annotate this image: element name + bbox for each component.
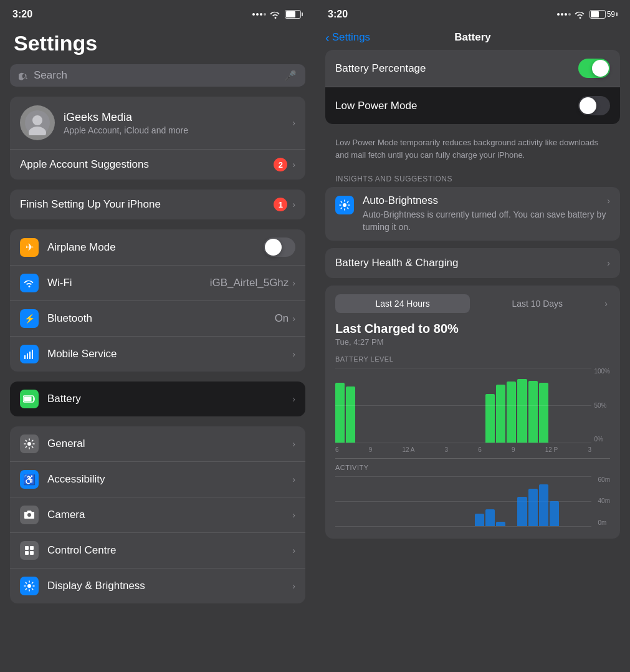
r-dot2: [561, 13, 563, 16]
svg-rect-4: [27, 353, 28, 359]
grid-mid: [335, 405, 591, 406]
search-bar[interactable]: Search 🎤: [10, 64, 305, 87]
left-status-bar: 3:20: [0, 0, 315, 25]
profile-info: iGeeks Media Apple Account, iCloud and m…: [64, 111, 188, 135]
insights-label: INSIGHTS AND SUGGESTIONS: [325, 170, 620, 187]
mobile-service-icon: [20, 345, 39, 363]
y-label-100: 100%: [594, 368, 610, 375]
grid-top: [335, 368, 591, 368]
right-signal-dots: [557, 13, 571, 16]
dot3: [260, 13, 262, 16]
battery-health-card: Battery Health & Charging ›: [325, 248, 620, 278]
wifi-row[interactable]: Wi-Fi iGB_Airtel_5Ghz ›: [10, 266, 305, 301]
accessibility-chevron: ›: [292, 474, 295, 484]
mobile-service-label: Mobile Service: [47, 348, 292, 360]
battery-level-chart: 100% 50% 0%: [335, 368, 610, 443]
finish-setup-label: Finish Setting Up Your iPhone: [20, 198, 274, 211]
chart-bar: [539, 383, 548, 443]
general-label: General: [47, 438, 292, 450]
battery-percentage-row[interactable]: Battery Percentage: [325, 50, 620, 87]
activity-bar: [582, 525, 591, 526]
chart-divider: [335, 458, 610, 459]
x-label-6b: 6: [478, 446, 482, 453]
apple-account-row[interactable]: Apple Account Suggestions 2 ›: [10, 150, 305, 180]
chart-tab-10d[interactable]: Last 10 Days: [470, 294, 604, 313]
r-dot4: [568, 13, 571, 16]
right-panel: 3:20 59 ‹ Settings Ba: [315, 0, 630, 672]
airplane-mode-toggle[interactable]: [264, 238, 295, 257]
camera-label: Camera: [47, 509, 292, 521]
display-brightness-row[interactable]: Display & Brightness ›: [10, 569, 305, 603]
avatar: [20, 105, 55, 140]
activity-bar: [496, 522, 505, 526]
chart-tab-24h[interactable]: Last 24 Hours: [335, 294, 470, 313]
svg-rect-5: [29, 352, 31, 359]
x-label-3a: 3: [445, 446, 449, 453]
svg-rect-11: [25, 546, 29, 550]
activity-bar: [571, 525, 580, 526]
right-battery-body: [589, 10, 606, 19]
bluetooth-chevron: ›: [292, 314, 295, 324]
finish-setup-section: Finish Setting Up Your iPhone 1 ›: [10, 190, 305, 219]
profile-chevron: ›: [292, 118, 295, 128]
battery-toggles-card: Battery Percentage Low Power Mode: [325, 50, 620, 124]
svg-rect-14: [30, 551, 34, 555]
accessibility-row[interactable]: ♿ Accessibility ›: [10, 462, 305, 497]
camera-chevron: ›: [292, 510, 295, 520]
profile-row[interactable]: iGeeks Media Apple Account, iCloud and m…: [10, 97, 305, 150]
svg-rect-6: [32, 350, 33, 359]
activity-bar: [368, 525, 377, 526]
finish-setup-row[interactable]: Finish Setting Up Your iPhone 1 ›: [10, 190, 305, 219]
chart-bar: [528, 381, 538, 443]
right-battery-container: 59: [589, 10, 618, 19]
svg-rect-12: [30, 546, 34, 550]
svg-point-16: [343, 203, 346, 207]
connectivity-section: ✈ Airplane Mode Wi-Fi iGB_Airtel_5Ghz › …: [10, 229, 305, 372]
r-dot3: [565, 13, 567, 16]
mobile-service-row[interactable]: Mobile Service ›: [10, 337, 305, 372]
apple-account-badge: 2: [274, 158, 287, 171]
auto-brightness-row[interactable]: Auto-Brightness Auto-Brightness is curre…: [325, 187, 620, 241]
back-button[interactable]: ‹ Settings: [325, 31, 370, 45]
right-wifi-icon: [575, 10, 586, 19]
battery-percentage-toggle[interactable]: [578, 59, 610, 78]
battery-chevron: ›: [292, 394, 295, 404]
wifi-label: Wi-Fi: [47, 277, 210, 289]
bluetooth-row[interactable]: ⚡ Bluetooth On ›: [10, 301, 305, 337]
chart-subtitle: Tue, 4:27 PM: [335, 337, 610, 347]
auto-brightness-label: Auto-Brightness: [363, 194, 607, 207]
battery-row-icon: [20, 390, 39, 408]
battery-health-row[interactable]: Battery Health & Charging ›: [325, 248, 620, 278]
chart-bar: [517, 379, 527, 443]
right-status-icons: 59: [557, 10, 618, 19]
chart-bar: [507, 382, 516, 443]
grid-bot: [335, 443, 591, 443]
camera-row[interactable]: Camera ›: [10, 497, 305, 533]
svg-point-15: [27, 584, 31, 588]
act-y-60m: 60m: [598, 476, 610, 483]
control-centre-row[interactable]: Control Centre ›: [10, 533, 305, 569]
x-label-12a: 12 A: [402, 446, 414, 453]
y-label-50: 50%: [594, 402, 610, 409]
chart-title: Last Charged to 80%: [335, 322, 610, 336]
right-time: 3:20: [328, 9, 348, 20]
low-power-desc: Low Power Mode temporarily reduces backg…: [325, 132, 620, 170]
chart-bar: [335, 383, 345, 443]
airplane-mode-icon: ✈: [20, 238, 39, 257]
airplane-mode-row[interactable]: ✈ Airplane Mode: [10, 229, 305, 266]
low-power-mode-row[interactable]: Low Power Mode: [325, 87, 620, 124]
battery-row[interactable]: Battery ›: [10, 382, 305, 416]
activity-bar: [432, 525, 441, 526]
svg-rect-8: [24, 397, 32, 401]
auto-brightness-desc: Auto-Brightness is currently turned off.…: [363, 209, 607, 233]
right-battery-pct: 59: [607, 10, 615, 19]
profile-section: iGeeks Media Apple Account, iCloud and m…: [10, 97, 305, 180]
svg-point-9: [27, 442, 31, 446]
x-label-9a: 9: [369, 446, 373, 453]
accessibility-icon: ♿: [20, 470, 39, 489]
general-row[interactable]: General ›: [10, 426, 305, 462]
activity-bar: [560, 525, 570, 526]
wifi-row-icon: [20, 274, 39, 292]
y-label-0: 0%: [594, 436, 610, 443]
low-power-toggle[interactable]: [578, 96, 610, 115]
